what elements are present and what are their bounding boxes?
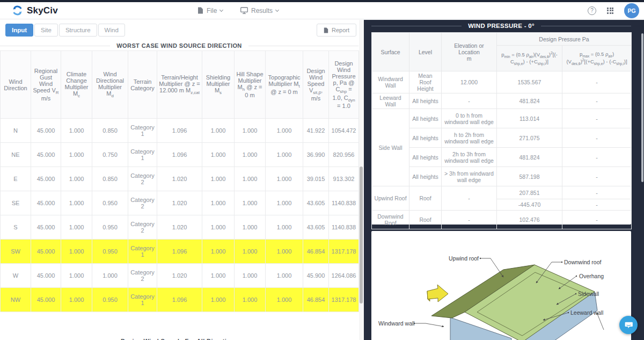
table-cell: Category 2 bbox=[128, 167, 157, 191]
col-header: Level bbox=[409, 33, 442, 71]
table-cell: 45.000 bbox=[31, 215, 61, 240]
table-row: All heights 2h to 3h from windward wall … bbox=[372, 148, 632, 167]
table-cell: 1.000 bbox=[61, 264, 92, 288]
table-row: Upwind Roof Roof - 207.851 - bbox=[372, 186, 632, 199]
apps-grid-icon[interactable] bbox=[607, 8, 613, 14]
tab-wind[interactable]: Wind bbox=[98, 24, 125, 37]
table-cell: 1.000 bbox=[202, 215, 235, 240]
chat-button[interactable] bbox=[619, 316, 638, 334]
table-cell: Category 2 bbox=[128, 264, 157, 288]
col-header: Wind Directional Multiplier Md bbox=[92, 51, 128, 119]
table-header-row: Surface Level Elevation or Locationm Des… bbox=[372, 33, 632, 46]
table-cell: 1.000 bbox=[202, 288, 235, 312]
table-cell: 2h to 3h from windward wall edge bbox=[442, 148, 497, 167]
table-cell: 1.096 bbox=[157, 143, 202, 167]
table-cell: 1.096 bbox=[157, 119, 202, 143]
table-cell: 0.950 bbox=[92, 288, 128, 312]
diagram-label-windward-wall: Windward wall bbox=[378, 320, 415, 327]
table-cell: 1.000 bbox=[61, 288, 92, 312]
table-cell: 1.000 bbox=[235, 288, 266, 312]
table-cell: All heights bbox=[409, 93, 442, 109]
col-header: Surface bbox=[372, 33, 409, 71]
tab-structure[interactable]: Structure bbox=[59, 24, 97, 37]
tab-input[interactable]: Input bbox=[5, 24, 33, 37]
table-cell: 1.000 bbox=[61, 143, 92, 167]
pmax-formula: pmax = (0.5 ρair)(Vdes,θ)2[(+Cshp,e) - (… bbox=[562, 46, 632, 71]
table-cell: 1054.472 bbox=[329, 119, 359, 143]
table-cell: S bbox=[1, 215, 31, 240]
table-cell: 1.000 bbox=[235, 143, 266, 167]
table-cell: 46.854 bbox=[303, 288, 329, 312]
table-cell: 1.000 bbox=[61, 167, 92, 191]
table-cell: 1.000 bbox=[266, 240, 303, 264]
col-header: Regional Gust Wind Speed VR m/s bbox=[31, 51, 61, 119]
file-menu[interactable]: File bbox=[197, 2, 223, 19]
table-cell: - bbox=[442, 211, 497, 229]
table-cell: 1.000 bbox=[235, 167, 266, 191]
table-header-row: Wind Direction Regional Gust Wind Speed … bbox=[1, 51, 359, 119]
chevron-down-icon bbox=[219, 8, 223, 11]
table-cell: 1.000 bbox=[235, 240, 266, 264]
table-cell: > 3h from windward wall edge bbox=[442, 167, 497, 186]
table-cell: 43.605 bbox=[303, 191, 329, 215]
skyciv-logo[interactable]: SkyCiv bbox=[12, 5, 58, 16]
results-menu[interactable]: Results bbox=[240, 2, 279, 19]
table-row: Downwind Roof Roof - 102.476 - bbox=[372, 211, 632, 229]
left-scrollbar[interactable] bbox=[359, 20, 364, 340]
table-cell: - bbox=[562, 71, 632, 93]
table-cell: - bbox=[562, 211, 632, 229]
tab-site[interactable]: Site bbox=[34, 24, 58, 37]
building-diagram-card: Upwind roof Downwind roof Overhang Sidew… bbox=[371, 231, 631, 340]
right-scrollbar[interactable] bbox=[641, 33, 643, 182]
table-cell: Upwind Roof bbox=[372, 186, 409, 211]
table-row: All heights h to 2h from windward wall e… bbox=[372, 128, 632, 148]
left-scrollbar-thumb[interactable] bbox=[360, 167, 363, 303]
brand-name: SkyCiv bbox=[27, 5, 58, 16]
table-cell: 1.020 bbox=[157, 264, 202, 288]
col-header: Elevation or Locationm bbox=[442, 33, 497, 71]
worst-case-title-text: WORST CASE WIND SOURCE DIRECTION bbox=[116, 42, 241, 49]
table-cell: Category 1 bbox=[128, 143, 157, 167]
table-cell: 36.990 bbox=[303, 143, 329, 167]
table-cell: 1.000 bbox=[61, 215, 92, 240]
table-cell: 1.000 bbox=[266, 167, 303, 191]
col-header: Terrain Category bbox=[128, 51, 157, 119]
table-cell: Leeward Wall bbox=[372, 93, 409, 109]
col-header: Hill Shape Multiplier Mh @ z = 0 m bbox=[235, 51, 266, 119]
table-row: Leeward Wall All heights - 481.824 - bbox=[372, 93, 632, 109]
table-cell: - bbox=[562, 186, 632, 199]
table-cell: 45.000 bbox=[31, 119, 61, 143]
table-cell: Roof bbox=[409, 186, 442, 211]
table-cell: 1.000 bbox=[61, 119, 92, 143]
diagram-label-sidewall: Sidewall bbox=[578, 291, 599, 297]
wind-pressure-panel: WIND PRESSURE - 0° Surface Level Elevati… bbox=[364, 20, 644, 340]
table-cell: Downwind Roof bbox=[372, 211, 409, 229]
table-cell: 0.850 bbox=[92, 167, 128, 191]
table-cell: - bbox=[562, 93, 632, 109]
table-row: SE45.0001.0000.950Category 21.0201.0001.… bbox=[1, 191, 359, 215]
table-row: NW45.0001.0000.950Category 11.0961.0001.… bbox=[1, 288, 359, 312]
table-cell: 0.950 bbox=[92, 215, 128, 240]
report-button[interactable]: Report bbox=[317, 24, 356, 37]
table-cell: - bbox=[562, 109, 632, 128]
table-row: NE45.0001.0000.750Category 11.0961.0001.… bbox=[1, 143, 359, 167]
table-cell: SE bbox=[1, 191, 31, 215]
table-cell: 1.000 bbox=[266, 288, 303, 312]
help-icon[interactable]: ? bbox=[588, 6, 596, 15]
monitor-icon bbox=[240, 7, 248, 14]
table-cell: 587.198 bbox=[497, 167, 562, 186]
navbar-right: ? PG bbox=[588, 2, 639, 19]
table-cell: 45.000 bbox=[31, 143, 61, 167]
table-cell: 45.000 bbox=[31, 264, 61, 288]
table-cell: 913.302 bbox=[329, 167, 359, 191]
table-cell: 45.900 bbox=[303, 264, 329, 288]
chat-icon bbox=[624, 320, 633, 330]
table-cell: h to 2h from windward wall edge bbox=[442, 128, 497, 148]
table-cell: - bbox=[562, 199, 632, 211]
table-cell: 39.015 bbox=[303, 167, 329, 191]
avatar[interactable]: PG bbox=[624, 3, 639, 18]
table-cell: 1.000 bbox=[61, 191, 92, 215]
table-cell: 0.950 bbox=[92, 191, 128, 215]
table-cell: Category 2 bbox=[128, 215, 157, 240]
col-header: Design Wind Pressure p, Pa @ Cshp = 1.0,… bbox=[329, 51, 359, 119]
